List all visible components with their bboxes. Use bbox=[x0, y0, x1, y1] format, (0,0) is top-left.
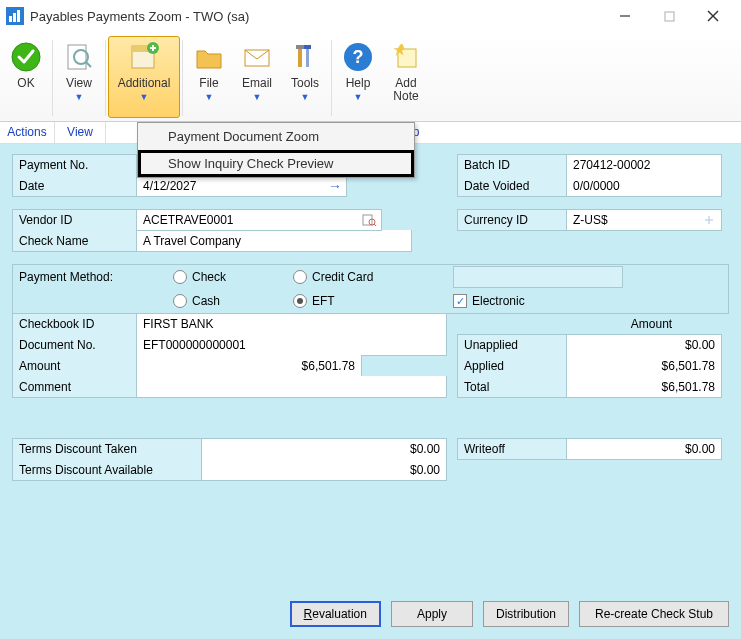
value-checkbook-id: FIRST BANK bbox=[137, 313, 447, 335]
lookup-icon[interactable] bbox=[361, 212, 377, 228]
radio-check[interactable]: Check bbox=[173, 270, 293, 284]
ribbon: OK View ▼ Additional ▼ File ▼ Email ▼ To bbox=[0, 32, 741, 122]
tools-button[interactable]: Tools ▼ bbox=[281, 36, 329, 118]
label-date: Date bbox=[12, 175, 137, 197]
value-terms-discount-taken: $0.00 bbox=[202, 438, 447, 460]
additional-label: Additional bbox=[118, 77, 171, 90]
svg-rect-1 bbox=[13, 13, 16, 22]
tools-label: Tools bbox=[291, 77, 319, 90]
help-button[interactable]: ? Help ▼ bbox=[334, 36, 382, 118]
label-comment: Comment bbox=[12, 376, 137, 398]
radio-credit-card-label: Credit Card bbox=[312, 270, 373, 284]
value-batch-id: 270412-00002 bbox=[567, 154, 722, 176]
file-button[interactable]: File ▼ bbox=[185, 36, 233, 118]
date-arrow-icon[interactable]: → bbox=[328, 178, 342, 194]
svg-rect-24 bbox=[363, 215, 372, 225]
value-unapplied: $0.00 bbox=[567, 334, 722, 356]
revaluation-sfx: evaluation bbox=[312, 607, 367, 621]
label-check-name: Check Name bbox=[12, 230, 137, 252]
chevron-down-icon: ▼ bbox=[354, 92, 363, 102]
help-label: Help bbox=[346, 77, 371, 90]
value-date-voided: 0/0/0000 bbox=[567, 175, 722, 197]
close-button[interactable] bbox=[691, 0, 735, 32]
add-note-button[interactable]: Add Note bbox=[382, 36, 430, 118]
label-terms-discount-available: Terms Discount Available bbox=[12, 459, 202, 481]
svg-rect-8 bbox=[68, 45, 86, 69]
menu-payment-document-zoom[interactable]: Payment Document Zoom bbox=[138, 123, 414, 150]
label-terms-discount-taken: Terms Discount Taken bbox=[12, 438, 202, 460]
label-document-no: Document No. bbox=[12, 334, 137, 356]
label-vendor-id: Vendor ID bbox=[12, 209, 137, 231]
value-vendor-id: ACETRAVE0001 bbox=[137, 209, 382, 231]
svg-point-7 bbox=[12, 43, 40, 71]
expand-icon[interactable] bbox=[701, 212, 717, 228]
electronic-label: Electronic bbox=[472, 294, 525, 308]
chevron-down-icon: ▼ bbox=[253, 92, 262, 102]
svg-rect-18 bbox=[296, 45, 304, 49]
svg-rect-0 bbox=[9, 16, 12, 22]
ok-button[interactable]: OK bbox=[2, 36, 50, 118]
view-ribbon-button[interactable]: View ▼ bbox=[55, 36, 103, 118]
ok-icon bbox=[8, 39, 44, 75]
form-body: Payment No. Batch ID 270412-00002 Date 4… bbox=[0, 144, 741, 639]
label-checkbook-id: Checkbook ID bbox=[12, 313, 137, 335]
label-amount: Amount bbox=[12, 355, 137, 377]
svg-rect-19 bbox=[306, 47, 309, 67]
label-batch-id: Batch ID bbox=[457, 154, 567, 176]
distribution-button[interactable]: Distribution bbox=[483, 601, 569, 627]
email-button[interactable]: Email ▼ bbox=[233, 36, 281, 118]
amount-header: Amount bbox=[574, 315, 729, 333]
value-amount: $6,501.78 bbox=[137, 355, 362, 377]
credit-card-value bbox=[453, 266, 623, 288]
label-unapplied: Unapplied bbox=[457, 334, 567, 356]
currency-id-text: Z-US$ bbox=[573, 213, 608, 227]
label-payment-method: Payment Method: bbox=[13, 266, 173, 288]
svg-line-10 bbox=[86, 62, 91, 67]
maximize-button[interactable] bbox=[647, 0, 691, 32]
app-icon bbox=[6, 7, 24, 25]
checkbox-electronic[interactable]: ✓Electronic bbox=[453, 294, 623, 308]
radio-eft[interactable]: EFT bbox=[293, 294, 433, 308]
window-title: Payables Payments Zoom - TWO (sa) bbox=[30, 9, 249, 24]
view-icon bbox=[61, 39, 97, 75]
svg-rect-17 bbox=[298, 47, 302, 67]
label-currency-id: Currency ID bbox=[457, 209, 567, 231]
revaluation-button[interactable]: Revaluation bbox=[290, 601, 381, 627]
file-label: File bbox=[199, 77, 218, 90]
label-date-voided: Date Voided bbox=[457, 175, 567, 197]
value-writeoff: $0.00 bbox=[567, 438, 722, 460]
svg-rect-20 bbox=[304, 45, 311, 49]
value-date: 4/12/2027 → bbox=[137, 175, 347, 197]
label-writeoff: Writeoff bbox=[457, 438, 567, 460]
svg-line-26 bbox=[374, 224, 376, 226]
additional-icon bbox=[126, 39, 162, 75]
email-icon bbox=[239, 39, 275, 75]
view-label: View bbox=[66, 77, 92, 90]
label-total: Total bbox=[457, 376, 567, 398]
radio-check-label: Check bbox=[192, 270, 226, 284]
radio-cash-label: Cash bbox=[192, 294, 220, 308]
radio-eft-label: EFT bbox=[312, 294, 335, 308]
value-document-no: EFT000000000001 bbox=[137, 334, 447, 356]
chevron-down-icon: ▼ bbox=[75, 92, 84, 102]
minimize-button[interactable] bbox=[603, 0, 647, 32]
add-note-label: Add Note bbox=[393, 77, 418, 103]
folder-icon bbox=[191, 39, 227, 75]
value-currency-id: Z-US$ bbox=[567, 209, 722, 231]
radio-credit-card[interactable]: Credit Card bbox=[293, 270, 433, 284]
svg-rect-2 bbox=[17, 10, 20, 22]
button-bar: Revaluation Apply Distribution Re-create… bbox=[12, 601, 729, 627]
email-label: Email bbox=[242, 77, 272, 90]
value-terms-discount-available: $0.00 bbox=[202, 459, 447, 481]
menu-show-inquiry-check-preview[interactable]: Show Inquiry Check Preview bbox=[138, 150, 414, 177]
help-icon: ? bbox=[340, 39, 376, 75]
value-total: $6,501.78 bbox=[567, 376, 722, 398]
ok-label: OK bbox=[17, 77, 34, 90]
additional-menu: Payment Document Zoom Show Inquiry Check… bbox=[137, 122, 415, 178]
recreate-check-stub-button[interactable]: Re-create Check Stub bbox=[579, 601, 729, 627]
label-applied: Applied bbox=[457, 355, 567, 377]
date-text: 4/12/2027 bbox=[143, 179, 196, 193]
additional-button[interactable]: Additional ▼ bbox=[108, 36, 180, 118]
apply-button[interactable]: Apply bbox=[391, 601, 473, 627]
radio-cash[interactable]: Cash bbox=[173, 294, 293, 308]
